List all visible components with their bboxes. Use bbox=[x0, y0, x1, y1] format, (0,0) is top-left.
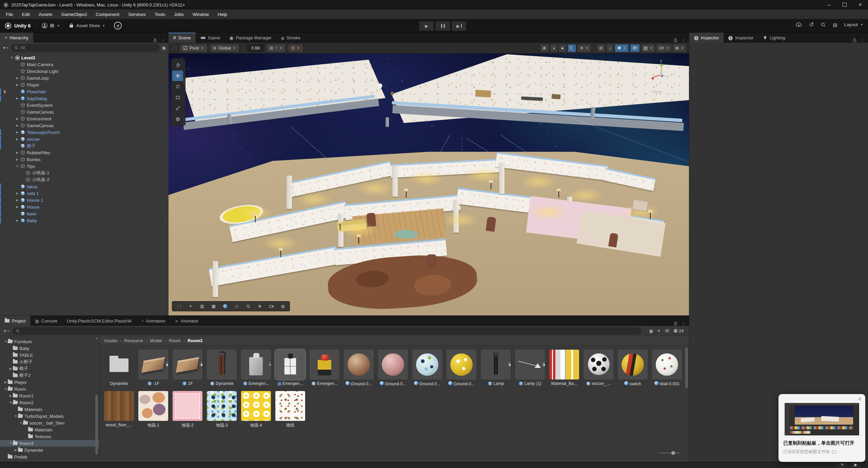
project-tree-row[interactable]: Materials bbox=[0, 426, 99, 433]
expand-arrow-icon[interactable]: ▶ bbox=[14, 448, 18, 452]
project-tree-row[interactable]: ▼Room bbox=[0, 386, 99, 392]
expand-arrow-icon[interactable]: ▼ bbox=[3, 340, 8, 343]
asset-tile[interactable]: ◀Emergen... bbox=[241, 350, 271, 386]
expand-arrow-icon[interactable]: ▶ bbox=[15, 158, 20, 161]
rect-tool-icon[interactable] bbox=[172, 92, 183, 103]
expand-arrow-icon[interactable]: ▼ bbox=[19, 421, 23, 425]
project-tree-row[interactable]: ▶椅子 bbox=[0, 365, 99, 372]
global-mode-button[interactable]: ⊕ Global▼ bbox=[210, 44, 239, 52]
tab-package-manager[interactable]: ▣Package Manager bbox=[225, 33, 276, 43]
project-tree-row[interactable]: ▶Dynamite bbox=[0, 447, 99, 453]
step-button[interactable]: ▶ bbox=[452, 21, 467, 31]
asset-tile[interactable]: 地毯-1 bbox=[138, 391, 168, 428]
prefab-chevron-icon[interactable]: › bbox=[164, 90, 166, 94]
asset-tile[interactable]: Wall-0.001 bbox=[652, 350, 682, 386]
unlock-icon[interactable] bbox=[852, 38, 857, 42]
hierarchy-row[interactable]: ▶RubblePiles bbox=[0, 149, 169, 156]
menu-item-jobs[interactable]: Jobs bbox=[170, 9, 188, 19]
hierarchy-row[interactable]: ▶GameLoop bbox=[0, 75, 169, 81]
expand-arrow-icon[interactable]: ▶ bbox=[15, 192, 20, 195]
expand-arrow-icon[interactable]: ▼ bbox=[15, 164, 20, 168]
asset-tile[interactable]: 地毯-4 bbox=[241, 391, 271, 428]
overlay-search-icon[interactable] bbox=[243, 303, 254, 310]
cloud-upload-icon[interactable] bbox=[795, 22, 802, 27]
snip-pen-icon[interactable]: ✎ bbox=[837, 463, 848, 468]
overlay-skybox-icon[interactable] bbox=[220, 303, 231, 310]
asset-tile[interactable]: wood_floor_... bbox=[104, 391, 134, 428]
scene-picker-icon[interactable]: ▣ bbox=[162, 45, 166, 50]
scene-visibility-icon[interactable] bbox=[630, 44, 640, 52]
overlay-shape-icon[interactable]: ◇ bbox=[231, 303, 242, 310]
maximize-button[interactable] bbox=[837, 0, 852, 9]
vcs-pending-badge[interactable]: 24 bbox=[674, 329, 684, 333]
tab-inspector[interactable]: iInspector bbox=[689, 33, 724, 43]
breadcrumb-item[interactable]: Model bbox=[150, 338, 162, 343]
expand-arrow-icon[interactable]: ▶ bbox=[15, 131, 20, 134]
gizmos-icon[interactable]: ⊕▼ bbox=[673, 44, 686, 52]
tab-hierarchy[interactable]: ≡ Hierarchy bbox=[0, 33, 33, 43]
menu-item-help[interactable]: Help bbox=[213, 9, 232, 19]
hierarchy-row[interactable]: ▶Baby› bbox=[0, 217, 169, 224]
menu-item-component[interactable]: Component bbox=[91, 9, 124, 19]
layers-icon[interactable]: ▤ bbox=[833, 22, 837, 27]
tab-unity-plasticscm-editor-plasticw[interactable]: Unity.PlasticSCM.Editor.PlasticW bbox=[62, 316, 136, 326]
pivot-mode-button[interactable]: Pivot▼ bbox=[180, 44, 207, 52]
shading-solid-icon[interactable]: ● bbox=[559, 44, 566, 52]
overlay-camera-icon[interactable] bbox=[266, 303, 277, 310]
orientation-gizmo[interactable]: y x z Persp bbox=[646, 60, 676, 97]
hierarchy-row[interactable]: ▶SayDialog› bbox=[0, 95, 169, 102]
unity-version-control-icon[interactable]: d bbox=[114, 22, 122, 30]
project-tree-row[interactable]: 小柜子 bbox=[0, 358, 99, 365]
expand-arrow-icon[interactable]: ▶ bbox=[15, 76, 20, 80]
hierarchy-row[interactable]: ▶GameCanvas bbox=[0, 122, 169, 129]
breadcrumb-item[interactable]: Room3 bbox=[188, 338, 202, 343]
asset-tile[interactable]: 地毯-2 bbox=[173, 391, 202, 428]
add-asset-button[interactable]: +▾ bbox=[3, 328, 9, 334]
hierarchy-row[interactable]: 箱子› bbox=[0, 142, 169, 149]
gizmo-persp-label[interactable]: Persp bbox=[652, 90, 662, 94]
kebab-menu-icon[interactable]: ⋮ bbox=[681, 321, 686, 326]
project-tree-row[interactable]: ▼Room3 bbox=[0, 440, 99, 447]
hierarchy-row[interactable]: ▶sofa 1 bbox=[0, 190, 169, 197]
prefab-chevron-icon[interactable]: › bbox=[164, 144, 166, 148]
asset-tile[interactable]: ▶Lamp (1) bbox=[515, 350, 545, 386]
overlay-move-icon[interactable]: + bbox=[185, 303, 196, 310]
grid-size-field[interactable]: 0.68 bbox=[248, 44, 264, 52]
tab-lighting[interactable]: Lighting bbox=[758, 33, 790, 43]
asset-tile[interactable]: soccer_ ... bbox=[584, 350, 613, 386]
unlock-icon[interactable] bbox=[673, 321, 678, 326]
project-search-input[interactable] bbox=[13, 327, 641, 335]
hierarchy-row[interactable]: taksa bbox=[0, 183, 169, 190]
tree-scrollbar[interactable]: ▲ bbox=[95, 337, 98, 461]
shading-half-icon[interactable]: ◑ bbox=[550, 44, 557, 52]
project-tree-row[interactable]: ▼TurboSquid_Models bbox=[0, 413, 99, 420]
asset-tile[interactable]: Material_Ba... bbox=[549, 350, 579, 386]
menu-item-file[interactable]: File bbox=[1, 9, 18, 19]
expand-arrow-icon[interactable]: ▼ bbox=[8, 442, 13, 445]
asset-tile[interactable]: ▶-1F bbox=[138, 350, 168, 386]
asset-tile[interactable]: Emergen... bbox=[310, 350, 339, 386]
hierarchy-row[interactable]: base bbox=[0, 210, 169, 217]
hidden-packages-icon[interactable] bbox=[665, 328, 670, 333]
prefab-chevron-icon[interactable]: › bbox=[164, 137, 166, 141]
effects-icon[interactable]: ✳▼ bbox=[577, 44, 591, 52]
expand-arrow-icon[interactable]: ▼ bbox=[14, 414, 18, 418]
history-icon[interactable]: ↺ bbox=[809, 21, 814, 28]
menu-item-assets[interactable]: Assets bbox=[34, 9, 57, 19]
expand-arrow-icon[interactable]: ▶ bbox=[8, 367, 13, 370]
tab-smoke[interactable]: ◍Smoke bbox=[276, 33, 305, 43]
view-tool-icon[interactable] bbox=[172, 60, 183, 70]
overlay-grid-icon[interactable]: ▥ bbox=[197, 303, 208, 310]
expand-arrow-icon[interactable]: ▶ bbox=[15, 198, 20, 202]
asset-tile[interactable]: Dynamite bbox=[104, 350, 134, 386]
project-tree-row[interactable]: TABLE bbox=[0, 352, 99, 358]
unlock-icon[interactable] bbox=[153, 38, 157, 42]
screenshot-thumbnail[interactable] bbox=[783, 402, 861, 437]
expand-arrow-icon[interactable]: ▶ bbox=[15, 137, 20, 141]
tab-scene[interactable]: #Scene bbox=[169, 33, 196, 43]
scene-camera-icon[interactable]: ▼ bbox=[656, 44, 671, 52]
hierarchy-row[interactable]: ▶Bombs bbox=[0, 156, 169, 163]
transform-tool-icon[interactable] bbox=[172, 114, 183, 124]
expand-arrow-icon[interactable]: ▶ bbox=[15, 83, 20, 86]
expand-arrow-icon[interactable]: ▼ bbox=[8, 401, 13, 404]
